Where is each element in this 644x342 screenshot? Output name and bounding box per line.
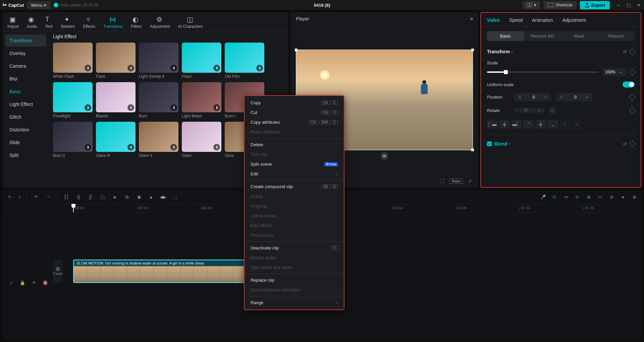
close-button[interactable]: ✕: [636, 2, 641, 8]
resize-handle-tl[interactable]: [295, 49, 298, 51]
ctx-cut[interactable]: CutCtrlX: [245, 108, 344, 117]
minimize-button[interactable]: ─: [616, 2, 621, 8]
download-icon[interactable]: ⬇: [170, 65, 177, 71]
transition-thumb[interactable]: ⬇Floodlight: [53, 82, 93, 118]
expand-icon[interactable]: ⤢: [8, 280, 14, 286]
timeline-tracks[interactable]: SLOW MOTION: Girl running in shallow wat…: [70, 213, 641, 341]
playhead[interactable]: [73, 205, 74, 212]
fullscreen-icon[interactable]: ⤢: [467, 178, 473, 184]
layout-button[interactable]: ▾: [523, 1, 540, 9]
inspector-tab-video[interactable]: Video: [487, 17, 500, 23]
align-center-h-button[interactable]: ┿: [499, 120, 510, 129]
inspector-subtab-basic[interactable]: Basic: [487, 31, 524, 41]
category-item[interactable]: Blur: [5, 73, 46, 85]
stepper-icon[interactable]: ▴▾: [619, 71, 623, 74]
keyframe-icon[interactable]: [629, 140, 636, 147]
mirror-tool[interactable]: ▲: [148, 194, 154, 200]
magnet-right-icon[interactable]: ⟬⟭: [574, 194, 580, 200]
ctx-replace-clip[interactable]: Replace clip: [245, 275, 344, 285]
category-item[interactable]: Slide: [5, 136, 46, 149]
transition-thumb[interactable]: ⬇Burn II: [53, 122, 93, 158]
transform-header[interactable]: Transform▴: [487, 49, 513, 54]
transition-thumb[interactable]: ⬇Flash: [182, 43, 221, 79]
uniform-scale-toggle[interactable]: [623, 81, 635, 88]
inspector-tab-adjustment[interactable]: Adjustment: [562, 17, 586, 23]
rotate-input[interactable]: 0° ▴▾: [515, 108, 545, 113]
trim-right-tool[interactable]: ]⎮: [88, 194, 94, 200]
cover-cell[interactable]: 🖼 Cover: [53, 260, 63, 283]
position-y-input[interactable]: Y 0 ▴▾: [556, 93, 592, 101]
reset-icon[interactable]: ↺: [623, 141, 627, 147]
keyframe-icon[interactable]: [629, 69, 636, 75]
tool-tab-adjustment[interactable]: ⚙Adjustment: [150, 15, 170, 29]
blend-checkbox[interactable]: ✓: [487, 141, 492, 146]
ctx-delete[interactable]: Delete: [245, 140, 344, 150]
category-item[interactable]: Distortion: [5, 124, 46, 136]
focus-icon[interactable]: ⛶: [439, 178, 445, 184]
tool-tab-import[interactable]: ▣Import: [7, 15, 19, 29]
download-icon[interactable]: ⬇: [85, 65, 91, 71]
keyframe-icon[interactable]: [629, 94, 636, 101]
ctx-copy[interactable]: CopyCtrlC: [245, 98, 344, 108]
ctx-split-scene[interactable]: Split scene⦿ Free: [245, 159, 344, 169]
category-item[interactable]: Basic: [5, 86, 46, 98]
snap-icon[interactable]: ⊕: [586, 194, 592, 200]
zoom-out-icon[interactable]: ⊖: [608, 194, 614, 200]
align-right-button[interactable]: ▬⎸: [511, 120, 522, 129]
ctx-range[interactable]: Range›: [245, 298, 344, 307]
inspector-subtab-remove-bg[interactable]: Remove BG: [524, 31, 561, 41]
cursor-tool[interactable]: ↖: [7, 194, 13, 200]
flip-button[interactable]: —: [549, 107, 556, 114]
transition-thumb[interactable]: ⬇Light Beam: [182, 82, 221, 118]
keyframe-icon[interactable]: [629, 107, 636, 114]
category-item[interactable]: Light Effect: [5, 98, 46, 110]
align-left-button[interactable]: ⎸▬: [487, 120, 498, 129]
download-icon[interactable]: ⬇: [85, 104, 91, 111]
position-x-input[interactable]: X 0 ▴▾: [515, 93, 551, 101]
download-icon[interactable]: ⬇: [213, 65, 220, 71]
zoom-in-icon[interactable]: ⊕: [631, 194, 637, 200]
stepper-icon[interactable]: ▴▾: [586, 96, 590, 99]
delete-tool[interactable]: ▢: [100, 194, 106, 200]
export-button[interactable]: Export: [580, 1, 610, 9]
redo-button[interactable]: ↷: [45, 194, 51, 200]
tool-tab-ai-characters[interactable]: ◫AI Characters: [178, 15, 203, 29]
resize-handle-tr[interactable]: [471, 49, 474, 51]
link-icon[interactable]: ⫘: [563, 194, 569, 200]
tool-tab-effects[interactable]: ✧Effects: [83, 15, 95, 29]
download-icon[interactable]: ⬇: [127, 104, 134, 111]
download-icon[interactable]: ⬇: [170, 104, 177, 111]
ctx-create-compound-clip[interactable]: Create compound clipAltG: [245, 182, 344, 191]
ctx-edit[interactable]: Edit›: [245, 169, 344, 179]
download-icon[interactable]: ⬇: [256, 65, 263, 71]
category-item[interactable]: Transitions: [5, 35, 46, 47]
download-icon[interactable]: ⬇: [213, 144, 220, 151]
category-item[interactable]: Camera: [5, 60, 46, 72]
video-clip[interactable]: SLOW MOTION: Girl running in shallow wat…: [73, 260, 248, 283]
stack-tool[interactable]: ⧉: [124, 194, 130, 200]
transition-thumb[interactable]: ⬇Flare: [96, 43, 136, 79]
download-icon[interactable]: ⬇: [170, 144, 177, 151]
inspector-subtab-mask[interactable]: Mask: [561, 31, 598, 41]
keyframe-icon[interactable]: [629, 48, 636, 55]
mic-icon[interactable]: 🎤: [540, 194, 546, 200]
lock-icon[interactable]: 🔒: [19, 280, 25, 286]
record-tool[interactable]: ◉: [136, 194, 142, 200]
crop-tool[interactable]: ⬚: [172, 194, 178, 200]
stepper-icon[interactable]: ▴▾: [544, 96, 549, 99]
undo-button[interactable]: ↶: [33, 194, 39, 200]
transition-thumb[interactable]: ⬇Light Sweep II: [139, 43, 178, 79]
transition-thumb[interactable]: ⬇White Flash: [53, 43, 93, 79]
inspector-subtab-retouch[interactable]: Retouch: [598, 31, 635, 41]
menu-button[interactable]: Menu▾: [27, 1, 50, 9]
eye-icon[interactable]: 👁: [31, 280, 37, 286]
mark-tool[interactable]: ◈: [112, 194, 118, 200]
chevron-down-icon[interactable]: ▾: [19, 195, 20, 199]
align-top-button[interactable]: ⎺: [523, 120, 534, 129]
category-item[interactable]: Glitch: [5, 111, 46, 123]
tool-tab-audio[interactable]: ◉Audio: [27, 15, 37, 29]
align-bottom-button[interactable]: ⎽: [547, 120, 558, 129]
inspector-tab-animation[interactable]: Animation: [532, 17, 553, 23]
scale-slider[interactable]: [487, 71, 598, 73]
download-icon[interactable]: ⬇: [85, 144, 91, 151]
